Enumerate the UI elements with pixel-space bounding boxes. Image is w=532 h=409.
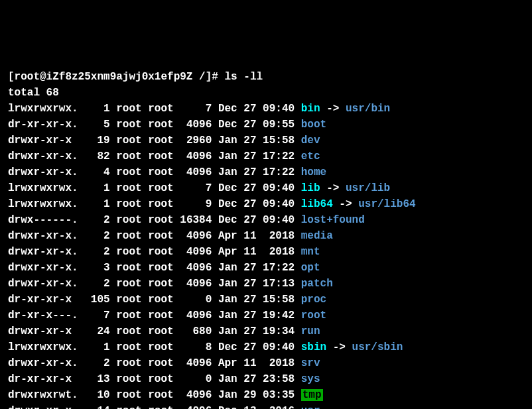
links: 10 xyxy=(84,389,109,401)
perms: drwxr-xr-x. xyxy=(8,262,78,274)
perms: lrwxrwxrwx. xyxy=(8,198,78,210)
file-name: opt xyxy=(301,262,320,274)
file-name: srv xyxy=(301,357,320,369)
date: Jan 27 15:58 xyxy=(218,135,295,146)
owner: root xyxy=(116,119,141,131)
ls-row: drwxr-xr-x. 14 root root 4096 Dec 13 201… xyxy=(8,403,524,409)
size: 4096 xyxy=(180,389,212,401)
symlink-target: usr/lib64 xyxy=(358,198,415,210)
date: Jan 27 23:58 xyxy=(218,373,295,385)
date: Jan 27 17:22 xyxy=(218,262,295,274)
links: 3 xyxy=(84,262,109,274)
size: 0 xyxy=(180,294,212,306)
date: Apr 11 2018 xyxy=(218,246,295,258)
date: Jan 27 17:22 xyxy=(218,150,295,162)
group: root xyxy=(148,341,173,353)
ls-row: dr-xr-xr-x 13 root root 0 Jan 27 23:58 s… xyxy=(8,371,524,387)
ls-row: lrwxrwxrwx. 1 root root 8 Dec 27 09:40 s… xyxy=(8,339,524,355)
command: ls -ll xyxy=(224,71,263,83)
size: 0 xyxy=(180,373,212,385)
perms: drwx------. xyxy=(8,214,78,226)
file-name: home xyxy=(301,166,326,178)
prompt-line: [root@iZf8z25xnm9ajwj0x1efp9Z /]# ls -ll xyxy=(8,69,524,85)
owner: root xyxy=(116,310,141,321)
ls-row: drwxr-xr-x. 3 root root 4096 Jan 27 17:2… xyxy=(8,260,524,276)
group: root xyxy=(148,135,173,146)
ls-row: drwxr-xr-x 24 root root 680 Jan 27 19:34… xyxy=(8,323,524,339)
date: Dec 27 09:55 xyxy=(218,119,295,131)
date: Jan 29 03:35 xyxy=(218,389,295,401)
links: 2 xyxy=(84,230,109,242)
perms: drwxr-xr-x. xyxy=(8,166,78,178)
group: root xyxy=(148,230,173,242)
date: Dec 27 09:40 xyxy=(218,341,295,353)
links: 2 xyxy=(84,246,109,258)
file-name: run xyxy=(301,325,320,337)
symlink-target: usr/sbin xyxy=(352,341,403,353)
perms: dr-xr-x---. xyxy=(8,310,78,321)
group: root xyxy=(148,119,173,131)
group: root xyxy=(148,294,173,306)
links: 1 xyxy=(84,198,109,210)
links: 13 xyxy=(84,373,109,385)
group: root xyxy=(148,182,173,194)
perms: drwxr-xr-x. xyxy=(8,405,78,409)
links: 1 xyxy=(84,341,109,353)
date: Jan 27 19:34 xyxy=(218,325,295,337)
owner: root xyxy=(116,182,141,194)
symlink-arrow: -> xyxy=(326,103,339,115)
ls-row: drwxr-xr-x. 82 root root 4096 Jan 27 17:… xyxy=(8,148,524,164)
perms: drwxr-xr-x xyxy=(8,325,78,337)
file-name: boot xyxy=(301,119,326,131)
symlink-arrow: -> xyxy=(339,198,352,210)
date: Dec 27 09:40 xyxy=(218,182,295,194)
size: 9 xyxy=(180,198,212,210)
date: Apr 11 2018 xyxy=(218,230,295,242)
perms: drwxrwxrwt. xyxy=(8,389,78,401)
file-name: lib64 xyxy=(301,198,333,210)
owner: root xyxy=(116,150,141,162)
group: root xyxy=(148,405,173,409)
group: root xyxy=(148,278,173,290)
owner: root xyxy=(116,198,141,210)
owner: root xyxy=(116,294,141,306)
ls-row: lrwxrwxrwx. 1 root root 7 Dec 27 09:40 b… xyxy=(8,101,524,117)
size: 16384 xyxy=(180,214,212,226)
size: 4096 xyxy=(180,230,212,242)
date: Apr 11 2018 xyxy=(218,357,295,369)
size: 4096 xyxy=(180,357,212,369)
perms: dr-xr-xr-x. xyxy=(8,119,78,131)
size: 4096 xyxy=(180,119,212,131)
symlink-arrow: -> xyxy=(326,182,339,194)
size: 4096 xyxy=(180,278,212,290)
ls-row: drwxr-xr-x. 2 root root 4096 Apr 11 2018… xyxy=(8,355,524,371)
ls-row: dr-xr-xr-x 105 root root 0 Jan 27 15:58 … xyxy=(8,292,524,308)
group: root xyxy=(148,357,173,369)
file-name: mnt xyxy=(301,246,320,258)
file-name: bin xyxy=(301,103,320,115)
perms: lrwxrwxrwx. xyxy=(8,182,78,194)
file-name: etc xyxy=(301,150,320,162)
perms: drwxr-xr-x. xyxy=(8,246,78,258)
owner: root xyxy=(116,357,141,369)
group: root xyxy=(148,389,173,401)
perms: drwxr-xr-x. xyxy=(8,230,78,242)
ls-row: lrwxrwxrwx. 1 root root 7 Dec 27 09:40 l… xyxy=(8,180,524,196)
owner: root xyxy=(116,341,141,353)
group: root xyxy=(148,373,173,385)
ls-row: drwxr-xr-x. 2 root root 4096 Apr 11 2018… xyxy=(8,228,524,244)
group: root xyxy=(148,325,173,337)
size: 4096 xyxy=(180,405,212,409)
links: 2 xyxy=(84,278,109,290)
file-name: proc xyxy=(301,294,326,306)
terminal-output[interactable]: [root@iZf8z25xnm9ajwj0x1efp9Z /]# ls -ll… xyxy=(8,69,524,409)
size: 4096 xyxy=(180,310,212,321)
symlink-target: usr/lib xyxy=(346,182,390,194)
file-name: dev xyxy=(301,135,320,146)
file-name: sys xyxy=(301,373,320,385)
group: root xyxy=(148,214,173,226)
ls-row: drwxr-xr-x. 2 root root 4096 Jan 27 17:1… xyxy=(8,276,524,292)
symlink-arrow: -> xyxy=(333,341,346,353)
links: 2 xyxy=(84,357,109,369)
links: 24 xyxy=(84,325,109,337)
